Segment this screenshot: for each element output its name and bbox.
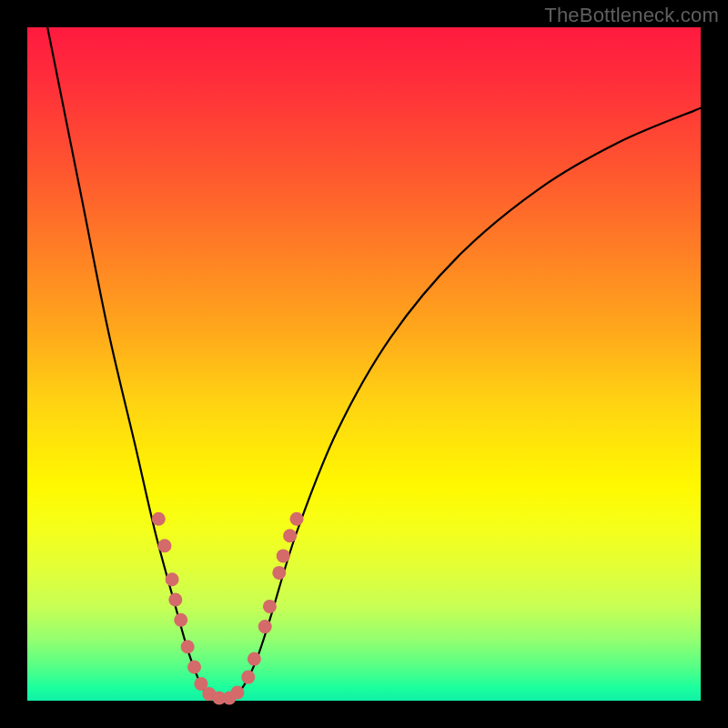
data-marker	[277, 549, 290, 562]
chart-frame: TheBottleneck.com	[0, 0, 728, 728]
marker-group	[152, 512, 304, 705]
data-marker	[187, 661, 201, 674]
bottleneck-curve	[47, 27, 701, 703]
watermark-text: TheBottleneck.com	[544, 4, 719, 27]
data-marker	[241, 671, 255, 684]
curve-svg	[27, 27, 701, 701]
data-marker	[168, 593, 182, 607]
data-marker	[166, 572, 179, 586]
data-marker	[283, 529, 297, 542]
data-marker	[290, 512, 304, 526]
data-marker	[248, 652, 261, 666]
data-marker	[152, 512, 166, 526]
data-marker	[263, 600, 277, 613]
plot-area	[27, 27, 701, 701]
data-marker	[272, 566, 286, 580]
data-marker	[258, 620, 272, 633]
data-marker	[230, 686, 244, 700]
data-marker	[174, 613, 187, 627]
data-marker	[157, 539, 171, 552]
data-marker	[181, 640, 195, 653]
